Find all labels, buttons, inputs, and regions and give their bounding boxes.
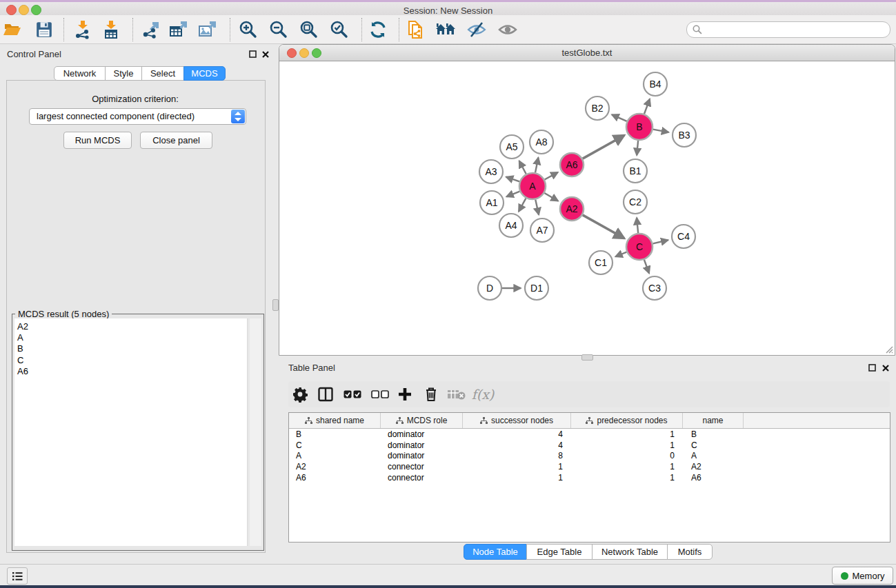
memory-button[interactable]: Memory bbox=[832, 567, 893, 585]
column-header-predecessor-nodes[interactable]: predecessor nodes bbox=[571, 413, 683, 428]
close-panel-button[interactable]: Close panel bbox=[140, 132, 212, 149]
graph-edge-A6-B[interactable] bbox=[583, 135, 625, 159]
import-network-icon[interactable] bbox=[72, 19, 94, 41]
zoom-out-icon[interactable] bbox=[268, 19, 290, 41]
graph-edge-A-A7[interactable] bbox=[535, 200, 539, 215]
table-panel-close-icon[interactable] bbox=[881, 363, 890, 372]
zoom-in-icon[interactable] bbox=[237, 19, 259, 41]
tab-network-table[interactable]: Network Table bbox=[592, 544, 668, 560]
dropdown-stepper-icon bbox=[231, 110, 245, 123]
table-cell: 0 bbox=[571, 451, 683, 460]
deselect-all-icon[interactable] bbox=[368, 383, 392, 405]
delete-column-icon[interactable] bbox=[419, 383, 443, 405]
network-window-title: testGlobe.txt bbox=[279, 48, 895, 58]
mcds-result-item[interactable]: B bbox=[14, 343, 247, 354]
graph-edge-C-C2[interactable] bbox=[637, 218, 638, 233]
table-panel-float-icon[interactable] bbox=[868, 363, 877, 372]
vertical-split-handle[interactable] bbox=[272, 299, 279, 311]
export-image-icon[interactable] bbox=[197, 19, 219, 41]
table-row[interactable]: A6connector11A6 bbox=[289, 472, 890, 483]
tab-network[interactable]: Network bbox=[54, 66, 106, 81]
graph-edge-A-A5[interactable] bbox=[519, 161, 526, 174]
graph-node-label-A7: A7 bbox=[536, 225, 548, 236]
mcds-result-item[interactable]: A2 bbox=[14, 321, 247, 332]
mcds-result-list[interactable]: A2ABCA6 bbox=[14, 318, 248, 546]
network-canvas[interactable]: AA1A2A3A4A5A6A7A8BB1B2B3B4CC1C2C3C4DD1 bbox=[279, 61, 895, 355]
table-body[interactable]: Bdominator41BCdominator41CAdominator80AA… bbox=[289, 429, 890, 483]
table-cell: dominator bbox=[381, 440, 463, 450]
control-panel-float-icon[interactable] bbox=[248, 50, 257, 59]
import-table-icon[interactable] bbox=[100, 19, 122, 41]
search-field[interactable] bbox=[686, 21, 890, 38]
graph-edge-A-A2[interactable] bbox=[544, 193, 558, 201]
column-header-shared-name[interactable]: shared name bbox=[289, 413, 381, 428]
graph-node-label-A6: A6 bbox=[566, 159, 577, 170]
table-cell: A6 bbox=[289, 473, 381, 483]
table-row[interactable]: Bdominator41B bbox=[289, 429, 890, 440]
column-layout-icon[interactable] bbox=[314, 383, 337, 405]
task-history-button[interactable] bbox=[7, 567, 28, 585]
open-session-icon[interactable] bbox=[1, 19, 23, 41]
criterion-dropdown[interactable]: largest connected component (directed) bbox=[29, 108, 246, 125]
tab-style[interactable]: Style bbox=[105, 66, 142, 81]
window-resize-grip[interactable] bbox=[884, 344, 893, 354]
graph-node-label-C1: C1 bbox=[595, 257, 607, 268]
graph-node-label-C3: C3 bbox=[648, 283, 661, 294]
graph-edge-B-B2[interactable] bbox=[612, 114, 627, 121]
tab-mcds[interactable]: MCDS bbox=[183, 66, 226, 81]
zoom-fit-icon[interactable] bbox=[298, 19, 320, 41]
save-session-icon[interactable] bbox=[33, 19, 55, 41]
control-panel-close-icon[interactable] bbox=[261, 50, 270, 59]
graph-edge-A-A6[interactable] bbox=[545, 172, 558, 179]
graph-edge-C-C4[interactable] bbox=[653, 240, 668, 243]
duplicate-network-icon[interactable] bbox=[404, 19, 426, 41]
tab-select[interactable]: Select bbox=[141, 66, 184, 81]
export-table-icon[interactable] bbox=[168, 19, 190, 41]
run-mcds-button[interactable]: Run MCDS bbox=[63, 132, 132, 149]
table-cell: connector bbox=[381, 473, 463, 483]
export-network-icon[interactable] bbox=[140, 19, 162, 41]
mcds-result-item[interactable]: A6 bbox=[14, 366, 247, 377]
show-graphics-details-icon[interactable] bbox=[497, 19, 519, 41]
graph-edge-A-A4[interactable] bbox=[519, 199, 526, 212]
table-row[interactable]: Adominator80A bbox=[289, 451, 890, 462]
tab-node-table[interactable]: Node Table bbox=[464, 544, 527, 560]
mcds-list-scrollbar[interactable] bbox=[250, 318, 261, 546]
graph-edge-B-B3[interactable] bbox=[653, 130, 669, 132]
mcds-result-item[interactable]: A bbox=[14, 332, 247, 343]
node-table[interactable]: shared nameMCDS rolesuccessor nodesprede… bbox=[288, 412, 890, 543]
search-input[interactable] bbox=[706, 24, 882, 35]
table-row[interactable]: Cdominator41C bbox=[289, 440, 890, 451]
zoom-selected-icon[interactable] bbox=[328, 19, 350, 41]
function-builder-icon: f(x) bbox=[471, 383, 495, 405]
graph-edge-B-B4[interactable] bbox=[644, 99, 650, 114]
add-column-icon[interactable] bbox=[393, 383, 417, 405]
application-window: Session: New Session bbox=[0, 0, 896, 588]
graph-edge-B-B1[interactable] bbox=[637, 141, 638, 155]
window-titlebar[interactable]: Session: New Session bbox=[0, 2, 896, 16]
horizontal-split-handle[interactable] bbox=[581, 354, 593, 361]
table-header-row[interactable]: shared nameMCDS rolesuccessor nodesprede… bbox=[289, 413, 890, 429]
column-header-mcds-role[interactable]: MCDS role bbox=[381, 413, 463, 428]
criterion-dropdown-value: largest connected component (directed) bbox=[37, 111, 195, 121]
select-all-icon[interactable] bbox=[341, 383, 364, 405]
settings-gear-icon[interactable] bbox=[288, 383, 312, 405]
graph-edge-A2-C[interactable] bbox=[583, 215, 625, 239]
home-views-icon[interactable] bbox=[435, 19, 457, 41]
graph-edge-A-A8[interactable] bbox=[535, 158, 538, 173]
column-header-successor-nodes[interactable]: successor nodes bbox=[463, 413, 571, 428]
graph-edge-A-A1[interactable] bbox=[506, 192, 519, 197]
mcds-result-item[interactable]: C bbox=[14, 355, 247, 366]
network-window-titlebar[interactable]: testGlobe.txt bbox=[279, 45, 895, 61]
table-row[interactable]: A2connector11A2 bbox=[289, 461, 890, 472]
tab-edge-table[interactable]: Edge Table bbox=[526, 544, 593, 560]
graph-edge-C-C1[interactable] bbox=[615, 252, 626, 257]
graph-node-label-C: C bbox=[636, 241, 643, 252]
column-header-name[interactable]: name bbox=[683, 413, 744, 428]
tab-motifs[interactable]: Motifs bbox=[667, 544, 713, 560]
refresh-layout-icon[interactable] bbox=[367, 19, 389, 41]
graph-edge-A-A3[interactable] bbox=[506, 177, 519, 182]
hide-graphics-details-icon[interactable] bbox=[466, 19, 488, 41]
mcds-result-title: MCDS result (5 nodes) bbox=[15, 309, 112, 319]
graph-edge-C-C3[interactable] bbox=[644, 260, 649, 274]
